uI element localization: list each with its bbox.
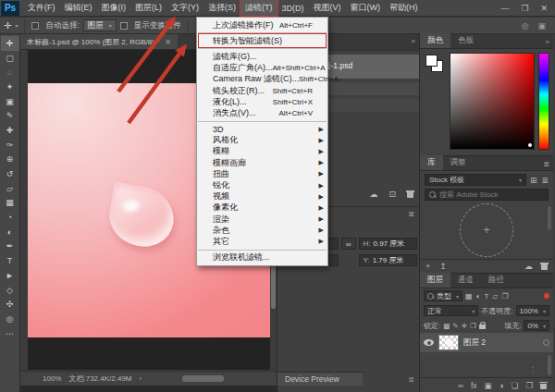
hue-slider[interactable] <box>538 53 549 150</box>
brush-tool[interactable]: ✑ <box>1 138 19 153</box>
filter-menu-item[interactable]: 锐化▶ <box>197 179 327 190</box>
layer-filter-toggle[interactable] <box>544 293 549 299</box>
list-view-icon[interactable]: ≣ <box>541 176 549 185</box>
y-position-field[interactable]: Y: 1.79 厘米 <box>359 254 418 266</box>
camera-icon[interactable]: ⊡ <box>388 190 396 199</box>
layers-scrollbar[interactable] <box>548 355 551 375</box>
trash-icon[interactable] <box>407 190 413 198</box>
menubar-item[interactable]: 编辑(E) <box>60 0 97 16</box>
new-layer-icon[interactable]: ❐ <box>525 381 533 390</box>
delete-library-item-icon[interactable] <box>541 263 548 270</box>
lock-position-icon[interactable]: ✛ <box>462 322 467 330</box>
edit-toolbar[interactable]: ⋯ <box>1 326 19 341</box>
height-field[interactable]: H: 0.97 厘米 <box>359 238 418 250</box>
menubar-item[interactable]: 窗口(W) <box>346 0 386 16</box>
layer-row-selected[interactable]: 图层 2 <box>420 333 553 352</box>
lock-image-icon[interactable]: ✎ <box>452 322 458 330</box>
workspace-switcher-icon[interactable]: ▣ <box>537 21 546 31</box>
blur-tool[interactable]: ◔ <box>1 210 19 225</box>
panel-options-icon[interactable]: ≣ <box>408 375 414 384</box>
crop-tool[interactable]: ▣ <box>1 94 19 109</box>
layer-thumbnail[interactable] <box>438 335 459 350</box>
maximize-button[interactable]: ❐ <box>521 0 528 17</box>
foreground-color-swatch[interactable] <box>426 55 438 67</box>
filter-menu-item[interactable]: 模糊画廊▶ <box>197 157 327 168</box>
menubar-item[interactable]: 文件(F) <box>23 0 60 16</box>
eraser-tool[interactable]: ▱ <box>1 181 19 196</box>
layer-visibility-eye-icon[interactable] <box>424 339 434 346</box>
add-library-item-icon[interactable]: + <box>426 262 430 271</box>
horizontal-scrollbar[interactable] <box>182 375 224 382</box>
tool-preset-caret-icon[interactable]: ▾ <box>15 22 18 29</box>
filter-menu-item[interactable]: 镜头校正(R)...Shift+Ctrl+R <box>197 85 327 96</box>
hand-tool[interactable]: ✣ <box>1 297 19 312</box>
menubar-item[interactable]: 视图(V) <box>309 0 346 16</box>
filter-menu-item[interactable]: 自适应广角(A)...Alt+Shift+Ctrl+A <box>197 63 327 74</box>
auto-select-dropdown[interactable]: 图层 ▾ <box>83 19 117 31</box>
eyedropper-tool[interactable]: ✎ <box>1 108 19 123</box>
status-chevron-icon[interactable]: › <box>140 374 142 383</box>
tab-swatches[interactable]: 色板 <box>450 33 481 48</box>
filter-menu-item[interactable]: 消失点(V)...Alt+Ctrl+V <box>197 107 327 118</box>
saturation-brightness-picker[interactable] <box>450 53 535 150</box>
filter-menu-item[interactable]: 像素化▶ <box>197 202 327 214</box>
menubar-item[interactable]: 文字(Y) <box>166 0 204 16</box>
filter-menu-item[interactable]: 浏览联机滤镜... <box>197 252 327 263</box>
dodge-tool[interactable]: ◐ <box>1 225 19 239</box>
library-search-input[interactable]: 搜索 Adobe Stock <box>425 189 549 201</box>
library-scrollbar[interactable] <box>548 206 551 230</box>
filter-menu-item[interactable]: 上次滤镜操作(F)Alt+Ctrl+F <box>197 19 327 31</box>
pixel-layer-filter-icon[interactable]: ▦ <box>465 292 473 300</box>
quick-selection-tool[interactable]: ✦ <box>1 80 19 94</box>
tab-device-preview[interactable]: Device Preview <box>278 372 363 386</box>
layer-filter-kind-dropdown[interactable]: 类型 ▾ <box>424 290 462 301</box>
type-tool[interactable]: T <box>1 253 19 268</box>
filter-menu-item[interactable]: 风格化▶ <box>197 135 327 146</box>
gradient-tool[interactable]: ▦ <box>1 196 19 211</box>
layer-group-icon[interactable]: ❏ <box>512 381 519 390</box>
menubar-item[interactable]: 滤镜(T) <box>240 0 278 16</box>
clone-stamp-tool[interactable]: ⊕ <box>1 153 19 167</box>
menubar-item[interactable]: 帮助(H) <box>385 0 423 16</box>
lock-transparent-icon[interactable]: ▩ <box>443 322 450 330</box>
cloud-library-icon[interactable]: ☁ <box>524 262 533 271</box>
show-transform-checkbox[interactable] <box>120 22 128 30</box>
layer-mask-icon[interactable]: ▣ <box>485 381 492 390</box>
filter-menu-item[interactable]: 模糊▶ <box>197 146 327 157</box>
tab-paths[interactable]: 路径 <box>481 273 512 288</box>
lock-artboard-icon[interactable]: ❒ <box>470 322 476 330</box>
tab-adjustments[interactable]: 调整 <box>443 155 474 170</box>
lock-all-icon[interactable] <box>479 322 486 329</box>
filter-menu-item[interactable]: 视频▶ <box>197 191 327 202</box>
layer-effects-icon[interactable]: fx <box>471 381 477 390</box>
close-button[interactable]: ✕ <box>540 0 548 17</box>
filter-menu-item[interactable]: 转换为智能滤镜(S) <box>197 35 327 46</box>
filter-menu-item[interactable]: 扭曲▶ <box>197 168 327 179</box>
opacity-field[interactable]: 100% ▾ <box>516 305 549 316</box>
menubar-item[interactable]: 3D(D) <box>278 2 309 15</box>
search-icon[interactable]: ◎ <box>522 21 529 31</box>
share-library-icon[interactable]: ↥ <box>439 262 447 271</box>
shape-layer-filter-icon[interactable]: ▱ <box>492 292 498 300</box>
foreground-background-swatches[interactable] <box>424 53 446 150</box>
filter-menu-item[interactable]: 3D▶ <box>197 124 327 135</box>
type-layer-filter-icon[interactable]: T <box>484 292 488 300</box>
filter-menu-item[interactable]: 其它▶ <box>197 236 327 247</box>
filter-menu-item[interactable]: Camera Raw 滤镜(C)...Shift+Ctrl+A <box>197 74 327 85</box>
menubar-item[interactable]: 图层(L) <box>130 0 166 16</box>
panel-menu-icon[interactable]: ≣ <box>543 160 549 168</box>
menubar-item[interactable]: 图像(I) <box>97 0 131 16</box>
marquee-tool[interactable]: ▢ <box>1 51 19 66</box>
move-tool[interactable]: ✛ <box>1 36 19 51</box>
delete-layer-icon[interactable] <box>540 382 547 389</box>
blend-mode-dropdown[interactable]: 正常 ▾ <box>424 305 478 316</box>
path-selection-tool[interactable]: ► <box>1 268 19 283</box>
smart-object-filter-icon[interactable]: ❐ <box>501 292 508 300</box>
lasso-tool[interactable]: ◌ <box>1 65 19 80</box>
pen-tool[interactable]: ✒ <box>1 239 19 254</box>
collapse-panel-icon[interactable]: » <box>546 38 549 46</box>
document-tab[interactable]: 未标题-1.psd @ 100% (图层 2, RGB/8) * ✕ <box>20 34 178 49</box>
healing-brush-tool[interactable]: ✚ <box>1 123 19 138</box>
filter-menu-item[interactable]: 渲染▶ <box>197 214 327 225</box>
shape-tool[interactable]: ◇ <box>1 283 19 298</box>
